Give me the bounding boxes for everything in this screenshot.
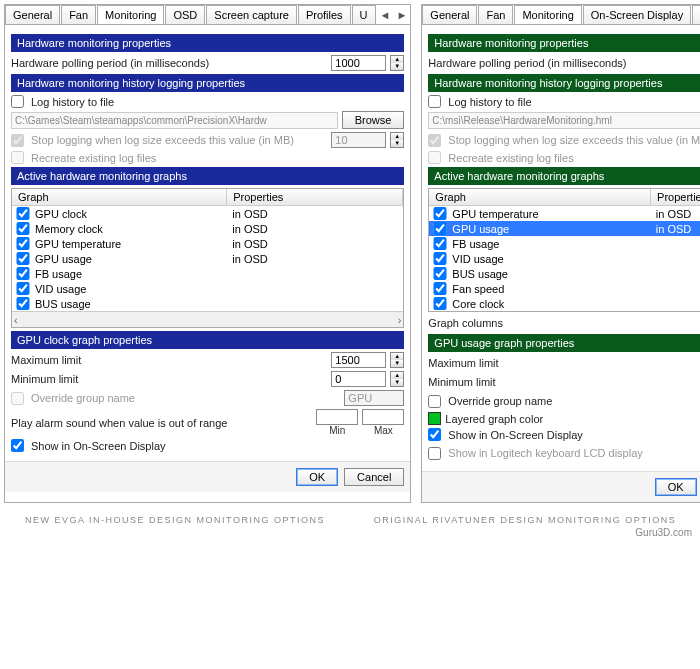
row-checkbox[interactable] xyxy=(433,267,447,280)
recreate-label: Recreate existing log files xyxy=(448,152,700,164)
tab-monitoring[interactable]: Monitoring xyxy=(514,5,581,25)
table-row[interactable]: FB usage xyxy=(429,236,700,251)
showosd-label: Show in On-Screen Display xyxy=(31,440,404,452)
table-row[interactable]: BUS usage xyxy=(12,296,403,311)
table-row[interactable]: FB usage xyxy=(12,266,403,281)
override-label: Override group name xyxy=(448,395,700,407)
table-row[interactable]: GPU usagein OSD xyxy=(12,251,403,266)
showlcd-checkbox[interactable] xyxy=(428,447,441,460)
showlcd-label: Show in Logitech keyboard LCD display xyxy=(448,447,700,459)
poll-input[interactable] xyxy=(331,55,386,71)
ok-button[interactable]: OK xyxy=(655,478,697,496)
graphs-body[interactable]: GPU temperaturein OSDGPU usagein OSDFB u… xyxy=(429,206,700,311)
table-row[interactable]: Fan speed xyxy=(429,281,700,296)
row-checkbox[interactable] xyxy=(16,282,30,295)
tab-scroll-left-icon[interactable]: ◄ xyxy=(377,9,394,21)
tab-general[interactable]: General xyxy=(422,5,477,24)
color-swatch[interactable] xyxy=(428,412,441,425)
alarm-min-input[interactable] xyxy=(316,409,358,425)
tab-osd[interactable]: OSD xyxy=(165,5,205,24)
log-path-input[interactable] xyxy=(428,112,700,129)
min-label: Minimum limit xyxy=(11,373,327,385)
graphs-body[interactable]: GPU clockin OSDMemory clockin OSDGPU tem… xyxy=(12,206,403,311)
stoplog-input xyxy=(331,132,386,148)
stoplog-label: Stop logging when log size exceeds this … xyxy=(31,134,327,146)
table-row[interactable]: GPU temperaturein OSD xyxy=(12,236,403,251)
row-checkbox[interactable] xyxy=(433,237,447,250)
row-name: GPU clock xyxy=(33,208,232,220)
tab-fan[interactable]: Fan xyxy=(478,5,513,24)
max-text: Max xyxy=(374,425,393,436)
section-history: Hardware monitoring history logging prop… xyxy=(428,74,700,92)
tab-screen-capture[interactable]: Screen capture xyxy=(206,5,297,24)
showosd-label: Show in On-Screen Display xyxy=(448,429,700,441)
recreate-label: Recreate existing log files xyxy=(31,152,404,164)
row-checkbox[interactable] xyxy=(16,267,30,280)
table-row[interactable]: GPU clockin OSD xyxy=(12,206,403,221)
th-graph: Graph xyxy=(12,189,227,205)
tab-scroll-right-icon[interactable]: ► xyxy=(393,9,410,21)
tab-more[interactable]: U xyxy=(352,5,376,24)
row-prop: in OSD xyxy=(656,223,700,235)
table-row[interactable]: BUS usage xyxy=(429,266,700,281)
hscroll[interactable]: ‹› xyxy=(12,311,403,327)
min-spinner[interactable]: ▲▼ xyxy=(390,371,404,387)
log-path-input[interactable] xyxy=(11,112,338,129)
table-row[interactable]: Core clock xyxy=(429,296,700,311)
row-checkbox[interactable] xyxy=(16,207,30,220)
row-name: BUS usage xyxy=(33,298,232,310)
table-row[interactable]: VID usage xyxy=(429,251,700,266)
override-checkbox[interactable] xyxy=(428,395,441,408)
showosd-checkbox[interactable] xyxy=(11,439,24,452)
recreate-checkbox xyxy=(11,151,24,164)
stoplog-checkbox xyxy=(11,134,24,147)
table-row[interactable]: VID usage xyxy=(12,281,403,296)
tab-profiles[interactable]: Profiles xyxy=(298,5,351,24)
tab-monitoring[interactable]: Monitoring xyxy=(97,5,164,25)
log-checkbox[interactable] xyxy=(11,95,24,108)
row-checkbox[interactable] xyxy=(16,237,30,250)
section-hw-props: Hardware monitoring properties xyxy=(11,34,404,52)
table-row[interactable]: GPU temperaturein OSD xyxy=(429,206,700,221)
showosd-checkbox[interactable] xyxy=(428,428,441,441)
row-name: FB usage xyxy=(450,238,655,250)
row-checkbox[interactable] xyxy=(433,222,447,235)
tab-osd[interactable]: On-Screen Display xyxy=(583,5,691,24)
row-checkbox[interactable] xyxy=(16,252,30,265)
min-label: Minimum limit xyxy=(428,376,700,388)
row-prop: in OSD xyxy=(232,253,399,265)
tab-screen-capture[interactable]: Screen capture xyxy=(692,5,700,24)
row-checkbox[interactable] xyxy=(433,207,447,220)
row-name: Fan speed xyxy=(450,283,655,295)
row-name: GPU temperature xyxy=(450,208,655,220)
row-checkbox[interactable] xyxy=(16,297,30,310)
max-input[interactable] xyxy=(331,352,386,368)
row-checkbox[interactable] xyxy=(433,282,447,295)
override-input xyxy=(344,390,404,406)
row-checkbox[interactable] xyxy=(433,297,447,310)
graphs-table: GraphProperties GPU clockin OSDMemory cl… xyxy=(11,188,404,328)
alarm-max-input[interactable] xyxy=(362,409,404,425)
tab-fan[interactable]: Fan xyxy=(61,5,96,24)
graphs-table: GraphProperties GPU temperaturein OSDGPU… xyxy=(428,188,700,312)
table-row[interactable]: Memory clockin OSD xyxy=(12,221,403,236)
table-row[interactable]: GPU usagein OSD xyxy=(429,221,700,236)
cancel-button[interactable]: Cancel xyxy=(344,468,404,486)
min-input[interactable] xyxy=(331,371,386,387)
row-checkbox[interactable] xyxy=(433,252,447,265)
row-prop: in OSD xyxy=(232,223,399,235)
row-checkbox[interactable] xyxy=(16,222,30,235)
ok-button[interactable]: OK xyxy=(296,468,338,486)
row-name: VID usage xyxy=(450,253,655,265)
th-graph: Graph xyxy=(429,189,651,205)
rivatuner-panel: General Fan Monitoring On-Screen Display… xyxy=(421,4,700,503)
poll-spinner[interactable]: ▲▼ xyxy=(390,55,404,71)
row-name: VID usage xyxy=(33,283,232,295)
alarm-label: Play alarm sound when value is out of ra… xyxy=(11,417,312,429)
layered-label: Layered graph color xyxy=(445,413,700,425)
max-spinner[interactable]: ▲▼ xyxy=(390,352,404,368)
browse-button[interactable]: Browse xyxy=(342,111,405,129)
tab-general[interactable]: General xyxy=(5,5,60,24)
graphcols-label: Graph columns xyxy=(428,317,700,329)
log-checkbox[interactable] xyxy=(428,95,441,108)
